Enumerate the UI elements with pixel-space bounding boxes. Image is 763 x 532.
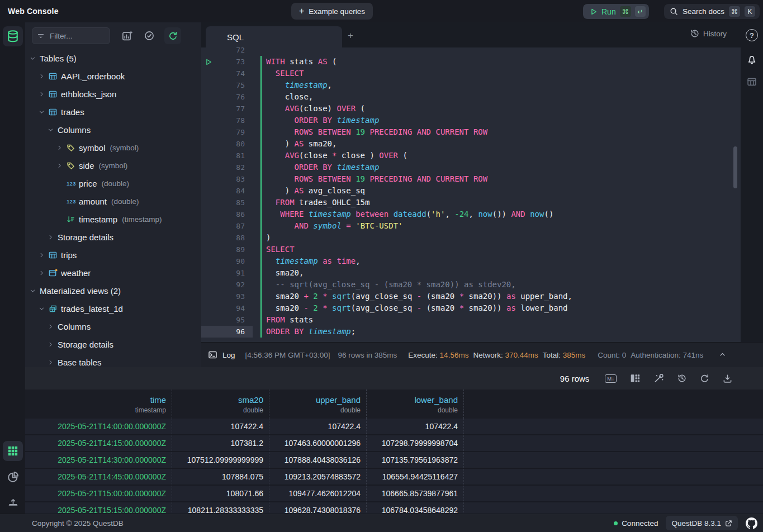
cell-value[interactable]: 108071.66 (172, 486, 269, 501)
cell-value[interactable]: 106665.85739877961 (367, 486, 464, 501)
table-row[interactable]: 2025-05-21T14:45:00.000000Z107884.075109… (25, 469, 763, 486)
grid-view-icon[interactable] (3, 441, 23, 461)
table-row[interactable]: 2025-05-21T14:30:00.000000Z107512.099999… (25, 452, 763, 469)
cell-value[interactable]: 107463.60000001296 (269, 435, 367, 451)
code-line-91[interactable]: 91 sma20, (201, 267, 741, 279)
table-row[interactable]: 2025-05-21T14:00:00.000000Z107422.410742… (25, 419, 763, 435)
table-panel-icon[interactable] (747, 77, 757, 87)
chevron-down-icon[interactable] (48, 127, 58, 133)
markdown-icon[interactable]: M↓ (605, 374, 617, 383)
cell-value[interactable]: 106784.03458648292 (367, 502, 464, 514)
database-nav-icon[interactable] (3, 26, 23, 46)
cell-value[interactable]: 107512.09999999999 (172, 452, 269, 468)
tree-item-aapl-orderbook[interactable]: AAPL_orderbook (25, 67, 201, 85)
new-tab-button[interactable]: + (348, 30, 353, 41)
cell-time[interactable]: 2025-05-21T15:15:00.000000Z (25, 502, 172, 514)
chevron-right-icon[interactable] (48, 341, 58, 348)
code-line-83[interactable]: 83 ROWS BETWEEN 19 PRECEDING AND CURRENT… (201, 173, 741, 185)
magic-wand-icon[interactable] (653, 373, 664, 383)
version-link[interactable]: QuestDB 8.3.1 (666, 516, 738, 530)
check-circle-icon[interactable] (144, 31, 154, 41)
cell-value[interactable]: 107422.4 (367, 419, 464, 434)
table-row[interactable]: 2025-05-21T15:15:00.000000Z108211.283333… (25, 502, 763, 514)
cell-value[interactable]: 107381.2 (172, 435, 269, 451)
download-icon[interactable] (723, 374, 732, 383)
code-line-88[interactable]: 88) (201, 232, 741, 244)
table-row[interactable]: 2025-05-21T14:15:00.000000Z107381.210746… (25, 435, 763, 452)
code-line-76[interactable]: 76 close, (201, 91, 741, 103)
bell-icon[interactable] (747, 54, 757, 65)
chevron-right-icon[interactable] (48, 234, 58, 240)
chevron-right-icon[interactable] (56, 145, 67, 151)
cell-time[interactable]: 2025-05-21T14:00:00.000000Z (25, 419, 172, 434)
cell-value[interactable]: 107888.40438036126 (269, 452, 367, 468)
run-button[interactable]: Run ⌘ ↵ (583, 4, 649, 19)
code-line-77[interactable]: 77 AVG(close) OVER ( (201, 103, 741, 115)
cell-time[interactable]: 2025-05-21T14:45:00.000000Z (25, 469, 172, 484)
tree-item-trades-latest-1d[interactable]: trades_latest_1d (25, 300, 201, 317)
column-header-sma20[interactable]: sma20double (172, 390, 269, 419)
tree-item-columns[interactable]: Columns (25, 317, 201, 335)
chevron-right-icon[interactable] (39, 91, 49, 97)
filter-box[interactable] (32, 27, 110, 44)
chevron-down-icon[interactable] (39, 109, 49, 115)
chevron-right-icon[interactable] (39, 252, 49, 258)
cell-value[interactable]: 107422.4 (172, 419, 269, 434)
code-line-93[interactable]: 93 sma20 + 2 * sqrt(avg_close_sq - (sma2… (201, 291, 741, 302)
tree-item-trades[interactable]: trades (25, 103, 201, 121)
history-button[interactable]: History (690, 29, 727, 38)
code-line-74[interactable]: 74 SELECT (201, 68, 741, 79)
tree-item-amount[interactable]: 123amount(double) (25, 192, 201, 210)
code-line-90[interactable]: 90 timestamp as time, (201, 255, 741, 267)
chevron-right-icon[interactable] (48, 359, 58, 365)
columns-layout-icon[interactable] (630, 373, 640, 383)
code-line-80[interactable]: 80 ) AS sma20, (201, 138, 741, 150)
tree-item-timestamp[interactable]: timestamp(timestamp) (25, 210, 201, 228)
cell-value[interactable]: 109628.74308018376 (269, 502, 367, 514)
example-queries-button[interactable]: + Example queries (291, 3, 373, 20)
code-line-85[interactable]: 85 FROM trades_OHLC_15m (201, 197, 741, 208)
table-row[interactable]: 2025-05-21T15:00:00.000000Z108071.661094… (25, 486, 763, 502)
chevron-down-icon[interactable] (30, 288, 40, 294)
cell-value[interactable]: 107135.79561963872 (367, 452, 464, 468)
cell-value[interactable]: 107298.79999998704 (367, 435, 464, 451)
code-line-84[interactable]: 84 ) AS avg_close_sq (201, 185, 741, 197)
chart-view-icon[interactable] (3, 467, 23, 487)
code-area[interactable]: 7273WITH stats AS (74 SELECT75 timestamp… (201, 48, 741, 342)
sql-editor[interactable]: SQL + History 7273WITH stats AS (74 SELE… (201, 22, 741, 342)
help-icon[interactable]: ? (746, 29, 758, 41)
tree-item-side[interactable]: side(symbol) (25, 156, 201, 174)
code-line-96[interactable]: 96ORDER BY timestamp; (201, 326, 741, 338)
refresh-schema-icon[interactable] (164, 27, 181, 44)
code-line-81[interactable]: 81 AVG(close * close ) OVER ( (201, 150, 741, 162)
code-line-73[interactable]: 73WITH stats AS ( (201, 56, 741, 68)
code-line-82[interactable]: 82 ORDER BY timestamp (201, 162, 741, 173)
chevron-right-icon[interactable] (39, 270, 49, 276)
code-line-94[interactable]: 94 sma20 - 2 * sqrt(avg_close_sq - (sma2… (201, 302, 741, 314)
column-header-time[interactable]: timetimestamp (25, 390, 172, 419)
tree-item-ethblocks-json[interactable]: ethblocks_json (25, 85, 201, 103)
code-line-87[interactable]: 87 AND symbol = 'BTC-USDT' (201, 220, 741, 232)
chevron-right-icon[interactable] (48, 324, 58, 330)
tree-item-materialized-views-2[interactable]: Materialized views (2) (25, 282, 201, 300)
code-line-95[interactable]: 95FROM stats (201, 314, 741, 326)
code-line-79[interactable]: 79 ROWS BETWEEN 19 PRECEDING AND CURRENT… (201, 126, 741, 138)
search-docs-button[interactable]: Search docs ⌘ K (664, 4, 760, 19)
cell-value[interactable]: 107884.075 (172, 469, 269, 484)
code-line-72[interactable]: 72 (201, 48, 741, 56)
tree-item-storage-details[interactable]: Storage details (25, 228, 201, 246)
cell-value[interactable]: 109213.20574883572 (269, 469, 367, 484)
tree-item-price[interactable]: 123price(double) (25, 174, 201, 192)
cell-value[interactable]: 108211.28333333335 (172, 502, 269, 514)
cell-value[interactable]: 107422.4 (269, 419, 367, 434)
run-query-icon[interactable] (205, 58, 219, 66)
code-line-92[interactable]: 92 -- sqrt(avg_close_sq - (sma20 * sma20… (201, 279, 741, 291)
add-metrics-icon[interactable] (122, 31, 132, 41)
restore-history-icon[interactable] (677, 374, 686, 383)
cell-value[interactable]: 109477.4626012204 (269, 486, 367, 501)
code-line-75[interactable]: 75 timestamp, (201, 79, 741, 91)
tree-item-symbol[interactable]: symbol(symbol) (25, 139, 201, 156)
tree-item-storage-details[interactable]: Storage details (25, 335, 201, 353)
github-icon[interactable] (746, 517, 757, 529)
code-line-78[interactable]: 78 ORDER BY timestamp (201, 115, 741, 126)
